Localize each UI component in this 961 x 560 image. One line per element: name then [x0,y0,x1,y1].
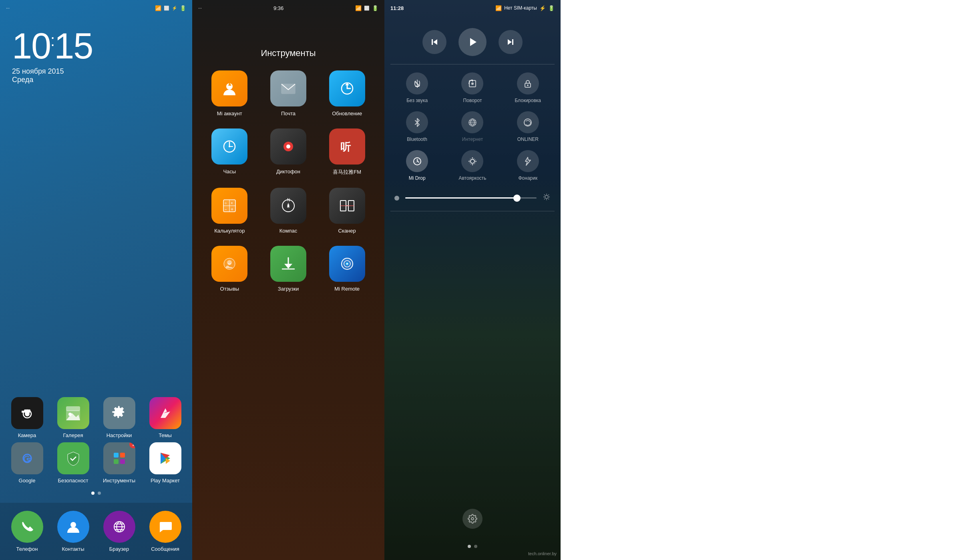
cc-battery-icon: 🔋 [548,5,555,11]
rotation-icon [461,72,483,94]
svg-point-61 [527,84,529,86]
folder-app-reviews[interactable]: Отзывы [204,246,255,292]
dock-messages-label: Сообщения [151,546,179,552]
dock: Телефон Контакты [0,503,192,560]
app-camera[interactable]: Камера [8,397,46,438]
themes-icon-bg [149,397,181,429]
cc-status-bar: 11:28 📶 Нет SIM-карты ⚡ 🔋 [384,0,561,16]
svg-point-52 [346,263,348,265]
toggle-silent[interactable]: Без звука [390,72,444,103]
app-google[interactable]: Google [8,442,46,484]
folder-app-calc[interactable]: ÷ × − + Калькулятор [204,188,255,234]
flashlight-icon [517,150,539,172]
ximalaya-label: 喜马拉雅FM [333,169,361,176]
brightness-min-icon [394,196,399,201]
autobrightness-label: Автояркость [458,175,486,181]
app-instruments[interactable]: 1 Инструменты [100,442,138,484]
bluetooth-icon [406,111,428,133]
media-play-button[interactable] [458,28,487,56]
app-folder-screen: ··· 9:36 📶 ⬜ 🔋 Инструменты Mi аккаунт [192,0,384,560]
svg-rect-54 [432,39,433,45]
svg-rect-12 [120,459,125,464]
downloads-icon [270,246,306,282]
cc-toggles-row1: Без звука Поворот [384,64,561,111]
svg-line-83 [549,195,549,195]
brightness-thumb[interactable] [513,195,521,202]
miaccount-icon [211,70,247,106]
toggle-bluetooth[interactable]: Bluetooth [390,111,444,142]
dock-browser-label: Браузер [109,546,129,552]
folder-screen: ⬜ [364,6,370,11]
svg-point-75 [545,195,548,199]
folder-app-clock[interactable]: Часы [204,128,255,176]
charge-icon: ⚡ [172,6,177,11]
calc-label: Калькулятор [214,228,245,234]
messages-icon-bg [149,511,181,543]
toggle-onliner[interactable]: ONLINER [501,111,555,142]
app-themes[interactable]: Темы [146,397,184,438]
folder-app-scanner[interactable]: Сканер [322,188,372,234]
recorder-icon [270,128,306,165]
toggle-lock[interactable]: Блокировка [501,72,555,103]
dot-2[interactable] [98,492,101,495]
svg-line-82 [544,199,545,200]
camera-icon-bg [11,397,43,429]
flashlight-label: Фонарик [518,175,537,181]
toggle-midrop[interactable]: Mi Drop [390,150,444,181]
compass-label: Компас [279,228,298,234]
contacts-icon-bg [57,511,89,543]
toggle-flashlight[interactable]: Фонарик [501,150,555,181]
folder-app-miremote[interactable]: Mi Remote [322,246,372,292]
svg-point-84 [471,518,474,520]
folder-app-ximalaya[interactable]: 听 喜马拉雅FM [322,128,372,176]
toggle-rotation[interactable]: Поворот [446,72,499,103]
folder-app-compass[interactable]: N Компас [263,188,314,234]
security-icon-bg [57,442,89,474]
toggle-internet[interactable]: Интернет [446,111,499,142]
midrop-icon [406,150,428,172]
folder-app-mail[interactable]: Почта [263,70,314,116]
wifi-icon: 📶 [155,5,161,11]
cc-dot-2[interactable] [474,545,477,548]
onliner-icon [517,111,539,133]
dock-phone[interactable]: Телефон [8,511,46,552]
internet-icon [461,111,483,133]
cc-settings-button[interactable] [462,509,483,529]
media-prev-button[interactable] [422,30,446,54]
status-bar-folder: ··· 9:36 📶 ⬜ 🔋 [192,0,384,16]
lock-icon [517,72,539,94]
folder-battery: 🔋 [372,5,378,11]
svg-rect-9 [114,453,119,458]
svg-rect-11 [114,459,119,464]
dock-contacts[interactable]: Контакты [54,511,92,552]
toggle-autobrightness[interactable]: Автояркость [446,150,499,181]
folder-app-miaccount[interactable]: Mi аккаунт [204,70,255,116]
dock-browser[interactable]: Браузер [100,511,138,552]
cc-dot-1[interactable] [468,545,471,548]
folder-title: Инструменты [192,16,384,70]
svg-point-69 [470,159,474,163]
miremote-label: Mi Remote [334,286,360,292]
dock-messages[interactable]: Сообщения [146,511,184,552]
dot-1[interactable] [91,492,94,495]
app-play[interactable]: Play Маркет [146,442,184,484]
mail-icon [270,70,306,106]
folder-app-recorder[interactable]: Диктофон [263,128,314,176]
svg-point-41 [287,205,289,207]
folder-app-downloads[interactable]: Загрузки [263,246,314,292]
cc-toggles-row3: Mi Drop Автояркость [384,150,561,189]
onliner-label: ONLINER [517,136,539,142]
folder-app-update[interactable]: Обновление [322,70,372,116]
svg-rect-3 [22,411,24,413]
dock-phone-label: Телефон [16,546,38,552]
browser-icon-bg [103,511,135,543]
app-gallery[interactable]: Галерея [54,397,92,438]
brightness-slider[interactable] [405,197,537,199]
app-settings[interactable]: Настройки [100,397,138,438]
compass-icon: N [270,188,306,224]
miaccount-label: Mi аккаунт [217,110,242,116]
app-settings-label: Настройки [107,432,132,438]
media-next-button[interactable] [499,30,523,54]
app-security[interactable]: Безопасност [54,442,92,484]
midrop-label: Mi Drop [409,175,426,181]
